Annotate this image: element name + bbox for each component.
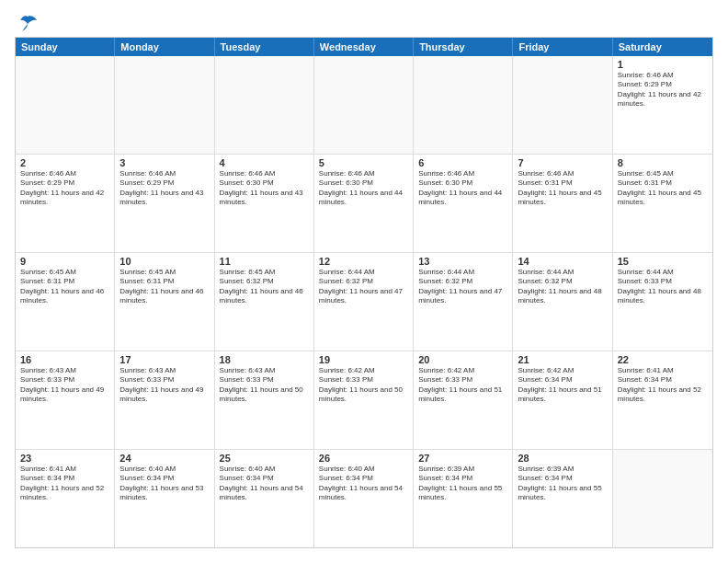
day-info: Sunrise: 6:44 AM Sunset: 6:33 PM Dayligh…: [618, 268, 708, 306]
day-cell-15: 15Sunrise: 6:44 AM Sunset: 6:33 PM Dayli…: [613, 253, 712, 350]
day-number: 8: [618, 157, 708, 168]
day-number: 26: [319, 453, 408, 464]
day-cell-21: 21Sunrise: 6:42 AM Sunset: 6:34 PM Dayli…: [513, 351, 612, 449]
day-cell-23: 23Sunrise: 6:41 AM Sunset: 6:34 PM Dayli…: [16, 450, 115, 547]
day-info: Sunrise: 6:45 AM Sunset: 6:31 PM Dayligh…: [618, 169, 708, 208]
header-cell-sunday: Sunday: [16, 38, 115, 56]
day-number: 10: [119, 256, 209, 267]
day-cell-4: 4Sunrise: 6:46 AM Sunset: 6:30 PM Daylig…: [215, 155, 314, 252]
day-number: 9: [20, 256, 109, 267]
header-cell-monday: Monday: [115, 38, 214, 56]
day-cell-19: 19Sunrise: 6:42 AM Sunset: 6:33 PM Dayli…: [314, 351, 414, 449]
day-info: Sunrise: 6:40 AM Sunset: 6:34 PM Dayligh…: [220, 465, 309, 503]
day-cell-5: 5Sunrise: 6:46 AM Sunset: 6:30 PM Daylig…: [314, 155, 414, 252]
day-info: Sunrise: 6:44 AM Sunset: 6:32 PM Dayligh…: [319, 268, 408, 306]
day-number: 16: [20, 354, 109, 365]
day-info: Sunrise: 6:44 AM Sunset: 6:32 PM Dayligh…: [518, 268, 607, 306]
header-cell-saturday: Saturday: [613, 38, 712, 56]
logo: [15, 15, 39, 29]
day-info: Sunrise: 6:39 AM Sunset: 6:34 PM Dayligh…: [418, 465, 507, 503]
day-info: Sunrise: 6:45 AM Sunset: 6:32 PM Dayligh…: [220, 268, 309, 306]
day-cell-9: 9Sunrise: 6:45 AM Sunset: 6:31 PM Daylig…: [16, 253, 115, 350]
day-info: Sunrise: 6:43 AM Sunset: 6:33 PM Dayligh…: [119, 366, 209, 405]
day-number: 21: [518, 354, 607, 365]
day-info: Sunrise: 6:42 AM Sunset: 6:33 PM Dayligh…: [418, 366, 507, 405]
day-number: 17: [119, 354, 209, 365]
day-cell-2: 2Sunrise: 6:46 AM Sunset: 6:29 PM Daylig…: [16, 155, 115, 252]
day-info: Sunrise: 6:41 AM Sunset: 6:34 PM Dayligh…: [618, 366, 708, 405]
day-cell-8: 8Sunrise: 6:45 AM Sunset: 6:31 PM Daylig…: [613, 155, 712, 252]
day-cell-16: 16Sunrise: 6:43 AM Sunset: 6:33 PM Dayli…: [16, 351, 115, 449]
calendar-week-3: 9Sunrise: 6:45 AM Sunset: 6:31 PM Daylig…: [16, 253, 712, 351]
day-info: Sunrise: 6:46 AM Sunset: 6:30 PM Dayligh…: [319, 169, 408, 208]
day-number: 6: [418, 157, 507, 168]
day-info: Sunrise: 6:46 AM Sunset: 6:30 PM Dayligh…: [220, 169, 309, 208]
day-cell-24: 24Sunrise: 6:40 AM Sunset: 6:34 PM Dayli…: [115, 450, 214, 547]
day-info: Sunrise: 6:43 AM Sunset: 6:33 PM Dayligh…: [20, 366, 109, 405]
day-cell-empty-0-5: [513, 56, 612, 154]
day-cell-1: 1Sunrise: 6:46 AM Sunset: 6:29 PM Daylig…: [613, 56, 712, 154]
day-cell-26: 26Sunrise: 6:40 AM Sunset: 6:34 PM Dayli…: [314, 450, 414, 547]
day-cell-empty-4-6: [613, 450, 712, 547]
day-info: Sunrise: 6:46 AM Sunset: 6:29 PM Dayligh…: [20, 169, 109, 208]
day-cell-empty-0-2: [215, 56, 314, 154]
day-number: 3: [119, 157, 209, 168]
day-number: 7: [518, 157, 607, 168]
calendar-week-4: 16Sunrise: 6:43 AM Sunset: 6:33 PM Dayli…: [16, 351, 712, 450]
day-info: Sunrise: 6:46 AM Sunset: 6:29 PM Dayligh…: [119, 169, 209, 208]
day-cell-14: 14Sunrise: 6:44 AM Sunset: 6:32 PM Dayli…: [513, 253, 612, 350]
day-cell-17: 17Sunrise: 6:43 AM Sunset: 6:33 PM Dayli…: [115, 351, 214, 449]
day-number: 2: [20, 157, 109, 168]
day-number: 28: [518, 453, 607, 464]
calendar: SundayMondayTuesdayWednesdayThursdayFrid…: [15, 37, 713, 548]
day-number: 24: [119, 453, 209, 464]
day-cell-10: 10Sunrise: 6:45 AM Sunset: 6:31 PM Dayli…: [115, 253, 214, 350]
day-number: 23: [20, 453, 109, 464]
day-number: 15: [618, 256, 708, 267]
header-cell-friday: Friday: [513, 38, 612, 56]
day-info: Sunrise: 6:42 AM Sunset: 6:34 PM Dayligh…: [518, 366, 607, 405]
calendar-week-1: 1Sunrise: 6:46 AM Sunset: 6:29 PM Daylig…: [16, 56, 712, 155]
day-info: Sunrise: 6:46 AM Sunset: 6:30 PM Dayligh…: [418, 169, 507, 208]
day-cell-3: 3Sunrise: 6:46 AM Sunset: 6:29 PM Daylig…: [115, 155, 214, 252]
day-info: Sunrise: 6:45 AM Sunset: 6:31 PM Dayligh…: [20, 268, 109, 306]
day-info: Sunrise: 6:42 AM Sunset: 6:33 PM Dayligh…: [319, 366, 408, 405]
day-cell-13: 13Sunrise: 6:44 AM Sunset: 6:32 PM Dayli…: [414, 253, 513, 350]
day-cell-11: 11Sunrise: 6:45 AM Sunset: 6:32 PM Dayli…: [215, 253, 314, 350]
calendar-week-5: 23Sunrise: 6:41 AM Sunset: 6:34 PM Dayli…: [16, 450, 712, 547]
day-number: 11: [220, 256, 309, 267]
day-number: 22: [618, 354, 708, 365]
day-cell-22: 22Sunrise: 6:41 AM Sunset: 6:34 PM Dayli…: [613, 351, 712, 449]
day-info: Sunrise: 6:40 AM Sunset: 6:34 PM Dayligh…: [119, 465, 209, 503]
day-info: Sunrise: 6:43 AM Sunset: 6:33 PM Dayligh…: [220, 366, 309, 405]
day-info: Sunrise: 6:44 AM Sunset: 6:32 PM Dayligh…: [418, 268, 507, 306]
logo-bird-icon: [17, 15, 39, 33]
day-cell-empty-0-0: [16, 56, 115, 154]
calendar-header-row: SundayMondayTuesdayWednesdayThursdayFrid…: [16, 38, 712, 56]
day-info: Sunrise: 6:39 AM Sunset: 6:34 PM Dayligh…: [518, 465, 607, 503]
calendar-body: 1Sunrise: 6:46 AM Sunset: 6:29 PM Daylig…: [16, 56, 712, 547]
day-number: 18: [220, 354, 309, 365]
day-number: 27: [418, 453, 507, 464]
day-info: Sunrise: 6:46 AM Sunset: 6:29 PM Dayligh…: [618, 71, 708, 109]
day-cell-20: 20Sunrise: 6:42 AM Sunset: 6:33 PM Dayli…: [414, 351, 513, 449]
day-cell-12: 12Sunrise: 6:44 AM Sunset: 6:32 PM Dayli…: [314, 253, 414, 350]
header-cell-wednesday: Wednesday: [314, 38, 414, 56]
day-number: 20: [418, 354, 507, 365]
day-cell-25: 25Sunrise: 6:40 AM Sunset: 6:34 PM Dayli…: [215, 450, 314, 547]
day-number: 13: [418, 256, 507, 267]
day-cell-6: 6Sunrise: 6:46 AM Sunset: 6:30 PM Daylig…: [414, 155, 513, 252]
day-number: 14: [518, 256, 607, 267]
day-number: 4: [220, 157, 309, 168]
day-cell-empty-0-4: [414, 56, 513, 154]
day-number: 1: [618, 59, 708, 70]
calendar-week-2: 2Sunrise: 6:46 AM Sunset: 6:29 PM Daylig…: [16, 155, 712, 253]
header: [15, 15, 713, 29]
day-cell-28: 28Sunrise: 6:39 AM Sunset: 6:34 PM Dayli…: [513, 450, 612, 547]
day-info: Sunrise: 6:41 AM Sunset: 6:34 PM Dayligh…: [20, 465, 109, 503]
day-number: 25: [220, 453, 309, 464]
day-cell-empty-0-3: [314, 56, 414, 154]
day-cell-7: 7Sunrise: 6:46 AM Sunset: 6:31 PM Daylig…: [513, 155, 612, 252]
day-number: 5: [319, 157, 408, 168]
day-cell-18: 18Sunrise: 6:43 AM Sunset: 6:33 PM Dayli…: [215, 351, 314, 449]
